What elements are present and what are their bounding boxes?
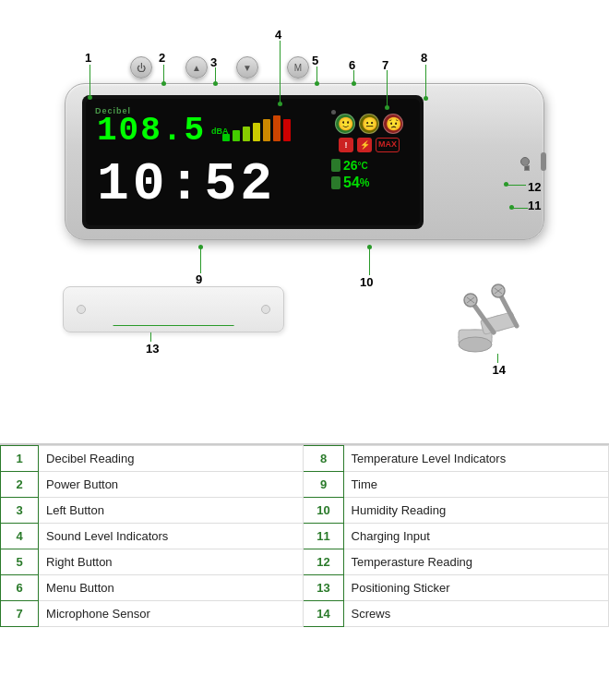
callout-label-left-3: Left Button (39, 498, 304, 524)
callout-3: 3 (210, 55, 217, 69)
svg-point-2 (459, 337, 492, 352)
callout-label-right-14: Screws (343, 601, 608, 627)
callout-4: 4 (275, 28, 281, 42)
smiley-bad: 😟 (383, 114, 403, 134)
callout-label-left-1: Decibel Reading (39, 446, 304, 472)
callout-label-left-2: Power Button (39, 472, 304, 498)
table-row: 6Menu Button13Positioning Sticker (1, 575, 609, 601)
left-button[interactable]: ▲ (185, 56, 208, 78)
callout-5-dot (315, 81, 319, 86)
callout-label-right-9: Time (343, 472, 608, 498)
screws-svg (424, 282, 554, 365)
callout-10-line (369, 247, 370, 275)
humidity-display: 54 % (331, 175, 411, 191)
table-row: 7Microphone Sensor14Screws (1, 601, 609, 627)
charging-input (541, 152, 546, 171)
screws-diagram (424, 282, 554, 365)
callout-4-line (280, 41, 281, 103)
smiley-indicators: 🙂 😐 😟 (328, 114, 411, 134)
callout-number-left-7: 7 (1, 601, 39, 627)
callout-8: 8 (421, 51, 427, 65)
right-panel: 🙂 😐 😟 ! ⚡ MAX 26 (328, 106, 411, 229)
time-display: 10:52 (97, 154, 276, 214)
callout-label-left-5: Right Button (39, 549, 304, 575)
temp-display: 26 °C (331, 158, 411, 173)
callout-label-right-13: Positioning Sticker (343, 575, 608, 601)
callout-4-dot (278, 102, 282, 106)
sticker-hole-left (77, 305, 86, 314)
callout-1: 1 (85, 51, 91, 65)
device-body: Decibel 108.5 dBA 10:52 (65, 83, 544, 240)
right-button[interactable]: ▼ (236, 56, 258, 78)
callout-number-right-13: 13 (304, 575, 343, 601)
callout-10: 10 (360, 275, 373, 289)
callout-1-line (90, 65, 90, 97)
db-reading-display: 108.5 (97, 112, 206, 150)
callout-number-left-5: 5 (1, 549, 39, 575)
callout-11-dot (509, 205, 514, 210)
table-row: 4Sound Level Indicators11Charging Input (1, 524, 609, 549)
callout-table: 1Decibel Reading8Temperature Level Indic… (0, 445, 609, 627)
table-row: 5Right Button12Temperasture Reading (1, 549, 609, 575)
callout-7-dot (385, 105, 389, 110)
callout-number-left-1: 1 (1, 446, 39, 472)
callout-10-dot (367, 245, 372, 249)
menu-button[interactable]: M (287, 56, 309, 78)
callout-label-left-4: Sound Level Indicators (39, 524, 304, 549)
smiley-good: 🙂 (335, 114, 355, 134)
callout-13: 13 (146, 342, 159, 356)
callout-2-line (163, 65, 164, 83)
callout-label-left-7: Microphone Sensor (39, 601, 304, 627)
warning-icon-2: ⚡ (357, 138, 372, 152)
positioning-sticker-diagram (63, 286, 284, 332)
sticker-hole-right (261, 305, 270, 314)
callout-label-right-8: Temperature Level Indicators (343, 446, 608, 472)
sound-level-bars (222, 115, 291, 141)
callout-number-left-3: 3 (1, 498, 39, 524)
callout-number-right-8: 8 (304, 446, 343, 472)
smiley-medium: 😐 (359, 114, 379, 134)
callout-3-dot (213, 81, 218, 86)
diagram-area: Decibel 108.5 dBA 10:52 (0, 0, 609, 443)
callout-5: 5 (312, 54, 318, 67)
callout-label-right-12: Temperasture Reading (343, 549, 608, 575)
device-screen: Decibel 108.5 dBA 10:52 (82, 95, 424, 229)
callout-number-right-12: 12 (304, 549, 343, 575)
callout-6-dot (352, 81, 356, 86)
callout-2: 2 (159, 51, 165, 65)
callout-8-line (425, 65, 426, 98)
charging-indicator-dot (524, 165, 530, 171)
callout-number-left-6: 6 (1, 575, 39, 601)
callout-9-dot (198, 245, 203, 249)
warning-icons: ! ⚡ MAX (328, 138, 411, 152)
callout-label-right-11: Charging Input (343, 524, 608, 549)
callout-number-right-11: 11 (304, 524, 343, 549)
power-button[interactable]: ⏻ (130, 56, 152, 78)
callout-number-left-4: 4 (1, 524, 39, 549)
table-row: 1Decibel Reading8Temperature Level Indic… (1, 446, 609, 472)
callout-label-right-10: Humidity Reading (343, 498, 608, 524)
callout-5-line (316, 66, 317, 82)
callout-12: 12 (528, 180, 541, 194)
legend-table: 1Decibel Reading8Temperature Level Indic… (0, 443, 609, 700)
callout-1-dot (88, 95, 92, 100)
callout-number-right-10: 10 (304, 498, 343, 524)
callout-number-right-14: 14 (304, 601, 343, 627)
callout-7: 7 (382, 58, 388, 72)
callout-number-right-9: 9 (304, 472, 343, 498)
table-row: 3Left Button10Humidity Reading (1, 498, 609, 524)
callout-label-left-6: Menu Button (39, 575, 304, 601)
callout-12-dot (504, 182, 508, 187)
callout-11-line (513, 208, 528, 209)
callout-8-dot (424, 96, 428, 101)
warning-icon-1: ! (339, 138, 353, 152)
callout-14: 14 (493, 363, 506, 377)
callout-7-line (387, 70, 388, 107)
callout-12-line (508, 185, 526, 186)
callout-13-line (150, 332, 151, 342)
sticker-center-line (113, 325, 234, 326)
callout-2-dot (161, 81, 166, 86)
table-row: 2Power Button9Time (1, 472, 609, 498)
max-label: MAX (376, 138, 400, 152)
callout-11: 11 (528, 199, 541, 212)
